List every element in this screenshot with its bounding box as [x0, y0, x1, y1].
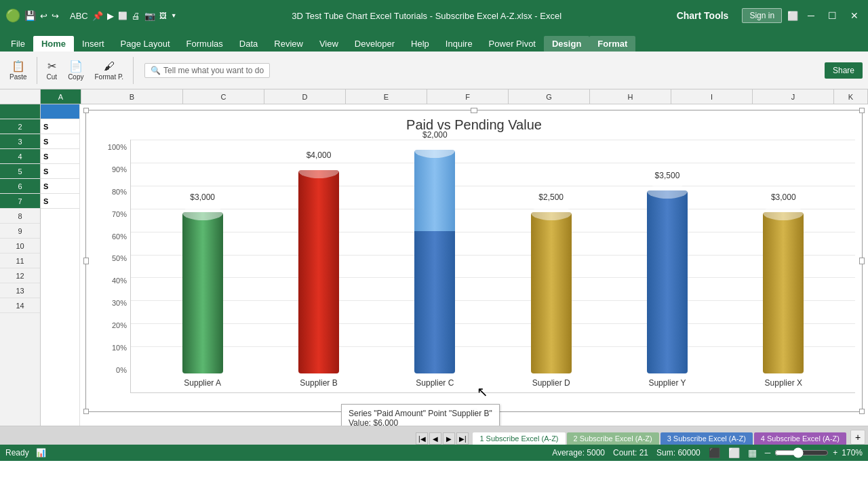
save-icon[interactable]: 💾 — [24, 10, 36, 21]
chart-resize-bottom[interactable] — [471, 409, 477, 414]
row-header-3[interactable]: 3 — [0, 134, 40, 149]
bar-supplier-y[interactable]: $3,500 — [647, 171, 688, 373]
cell-a3[interactable]: S — [41, 134, 79, 149]
undo-icon[interactable]: ↩ — [40, 11, 47, 21]
chart-resize-top[interactable] — [471, 108, 477, 113]
pin-icon[interactable]: 📌 — [92, 11, 103, 21]
cell-a1[interactable] — [41, 104, 79, 119]
redo-icon[interactable]: ↪ — [52, 11, 59, 21]
format-painter-icon: 🖌 — [104, 60, 115, 73]
row-header-2[interactable]: 2 — [0, 119, 40, 134]
share-button[interactable]: Share — [825, 62, 863, 79]
chart-container[interactable]: Paid vs Pending Value 100% 90% 80% 70% 6… — [85, 110, 863, 412]
row-header-8[interactable]: 8 — [0, 209, 40, 224]
chart-resize-right[interactable] — [859, 258, 865, 264]
sheet-nav-prev[interactable]: ◀ — [429, 432, 441, 445]
tab-file[interactable]: File — [3, 36, 33, 52]
sheet-nav-last[interactable]: ▶| — [456, 432, 469, 445]
sheet-tab-1[interactable]: 1 Subscribe Excel (A-Z) — [473, 432, 565, 445]
col-header-b[interactable]: B — [81, 89, 183, 104]
chart-resize-topleft[interactable] — [83, 108, 89, 113]
tab-format[interactable]: Format — [589, 36, 635, 52]
ribbon-display-icon[interactable]: ⬜ — [787, 11, 798, 21]
tell-me-box[interactable]: 🔍 Tell me what you want to do — [144, 63, 270, 78]
close-button[interactable]: ✕ — [846, 9, 863, 22]
normal-view-icon[interactable]: ⬛ — [709, 447, 720, 458]
camera-icon[interactable]: 📷 — [144, 11, 155, 21]
copy-button[interactable]: 📄 Copy — [64, 57, 87, 83]
sheet-nav-next[interactable]: ▶ — [443, 432, 455, 445]
chart-resize-bottomleft[interactable] — [83, 409, 89, 414]
row-header-4[interactable]: 4 — [0, 149, 40, 164]
row-header-10[interactable]: 10 — [0, 239, 40, 253]
button-icon[interactable]: ⬜ — [118, 12, 127, 20]
col-header-j[interactable]: J — [753, 89, 834, 104]
chart-resize-topright[interactable] — [859, 108, 865, 113]
tab-formulas[interactable]: Formulas — [178, 36, 231, 52]
col-header-a[interactable]: A — [41, 89, 81, 104]
add-sheet-button[interactable]: + — [850, 430, 865, 445]
bar-supplier-a[interactable]: $3,000 — [182, 192, 223, 373]
cell-a7[interactable]: S — [41, 194, 79, 209]
col-header-g[interactable]: G — [509, 89, 590, 104]
bar-supplier-c[interactable]: $2,000 — [414, 130, 455, 373]
sheet-nav-first[interactable]: |◀ — [416, 432, 428, 445]
tab-design[interactable]: Design — [544, 36, 589, 52]
chart-resize-bottomright[interactable] — [859, 409, 865, 414]
tab-help[interactable]: Help — [403, 36, 437, 52]
row-header-14[interactable]: 14 — [0, 298, 40, 313]
col-header-f[interactable]: F — [427, 89, 509, 104]
row-header-13[interactable]: 13 — [0, 283, 40, 298]
bar-supplier-b[interactable]: $4,000 — [298, 150, 339, 373]
row-header-7[interactable]: 7 — [0, 194, 40, 209]
tab-page-layout[interactable]: Page Layout — [113, 36, 178, 52]
format-painter-button[interactable]: 🖌 Format P. — [91, 58, 128, 83]
col-header-e[interactable]: E — [346, 89, 427, 104]
chart-resize-left[interactable] — [83, 258, 89, 264]
cell-a4[interactable]: S — [41, 149, 79, 164]
col-header-i[interactable]: I — [671, 89, 753, 104]
bar-supplier-d[interactable]: $2,500 — [531, 192, 572, 373]
row-header-1[interactable] — [0, 104, 40, 119]
tab-developer[interactable]: Developer — [347, 36, 403, 52]
sheet-tab-4[interactable]: 4 Subscribe Excel (A-Z) — [754, 432, 846, 445]
tab-power-pivot[interactable]: Power Pivot — [481, 36, 544, 52]
print-icon[interactable]: 🖨 — [132, 11, 140, 21]
zoom-slider[interactable] — [774, 447, 829, 458]
cell-a6[interactable]: S — [41, 179, 79, 194]
paste-button[interactable]: 📋 Paste — [5, 57, 31, 83]
col-header-k[interactable]: K — [834, 89, 868, 104]
screenshot-icon[interactable]: 🖼 — [159, 12, 167, 20]
spelling-icon[interactable]: ABC — [70, 11, 88, 21]
cut-button[interactable]: ✂ Cut — [43, 57, 62, 83]
sign-in-button[interactable]: Sign in — [742, 8, 782, 23]
macro-icon[interactable]: ▶ — [107, 11, 114, 21]
maximize-button[interactable]: ☐ — [824, 9, 841, 22]
bar-supplier-x[interactable]: $3,000 — [763, 192, 804, 373]
row-header-9[interactable]: 9 — [0, 224, 40, 239]
cell-a2[interactable]: S — [41, 119, 79, 134]
col-header-c[interactable]: C — [183, 89, 264, 104]
tab-view[interactable]: View — [311, 36, 347, 52]
dropdown-icon[interactable]: ▼ — [171, 12, 177, 19]
row-header-5[interactable]: 5 — [0, 164, 40, 179]
cell-a5[interactable]: S — [41, 164, 79, 179]
tab-home[interactable]: Home — [33, 36, 74, 52]
minimize-button[interactable]: ─ — [804, 9, 818, 22]
page-break-icon[interactable]: ▦ — [748, 447, 757, 458]
sheet-tab-2[interactable]: 2 Subscribe Excel (A-Z) — [567, 432, 659, 445]
row-header-6[interactable]: 6 — [0, 179, 40, 194]
tab-review[interactable]: Review — [266, 36, 311, 52]
zoom-out-icon[interactable]: ─ — [765, 448, 771, 458]
bar-label-b: $4,000 — [307, 150, 332, 160]
row-header-11[interactable]: 11 — [0, 253, 40, 268]
zoom-in-icon[interactable]: + — [833, 448, 837, 458]
page-layout-icon[interactable]: ⬜ — [728, 447, 740, 458]
tab-data[interactable]: Data — [231, 36, 266, 52]
col-header-d[interactable]: D — [264, 89, 346, 104]
row-header-12[interactable]: 12 — [0, 268, 40, 283]
col-header-h[interactable]: H — [590, 89, 671, 104]
tab-insert[interactable]: Insert — [74, 36, 113, 52]
sheet-tab-3[interactable]: 3 Subscribe Excel (A-Z) — [660, 432, 753, 445]
tab-inquire[interactable]: Inquire — [437, 36, 481, 52]
